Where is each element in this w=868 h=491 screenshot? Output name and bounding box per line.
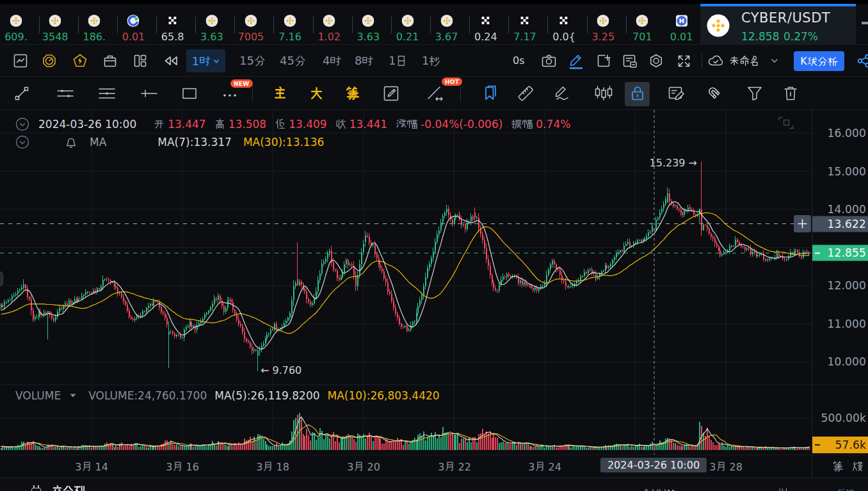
close-label [335,118,346,131]
interval-option[interactable]: 4 [323,45,341,76]
time-axis[interactable]: 3 143 163 183 203 223 243 28 2024-03-26 … [0,455,868,478]
ktype-chip-button[interactable] [346,86,360,101]
fullscreen-icon[interactable] [677,54,691,68]
collapse-circle-icon[interactable] [15,117,29,131]
bottom-feedback-link[interactable]: 反馈 [837,488,855,491]
bottom-tab-icon[interactable] [31,488,41,491]
bottom-right-icon[interactable] [780,488,787,491]
open-label [154,118,165,131]
chart-panel-icon[interactable] [13,54,28,68]
filter-funnel-icon[interactable] [746,85,763,102]
ktype-main-button[interactable] [273,86,287,101]
binance-coin-icon [245,15,257,27]
note-edit-icon[interactable] [668,85,686,102]
interval-1h[interactable]: 1 [186,49,225,72]
collapse-circle-icon2[interactable] [15,135,29,149]
interval-option[interactable]: 1 [389,45,407,76]
ticker-item[interactable]: 3548 [37,4,73,44]
ticker-item[interactable]: 7.17 [507,4,543,44]
trendline-tool-icon[interactable] [14,86,29,101]
volume-dropdown-icon[interactable] [69,393,77,398]
layout-name[interactable] [729,45,760,76]
volume-legend: VOLUME VOLUME:24,760.1700 MA(5):26,119.8… [15,389,440,402]
left-panel-handle[interactable] [0,271,3,286]
binance-coin-icon [636,15,648,27]
binance-coin-icon [88,15,100,27]
kline-replay-icon[interactable] [383,85,399,102]
trash-icon[interactable] [783,85,798,102]
pane-expand-icon[interactable] [779,118,793,129]
ticker-item[interactable]: 609. [0,4,34,44]
ticker-item[interactable]: 7.16 [272,4,308,44]
ticker-item[interactable]: 0.01 [664,4,700,44]
time-axis-label: 3 18 [256,460,289,472]
low-value: 13.409 [289,118,326,131]
interval-option[interactable]: 8 [355,45,373,76]
share-icon[interactable] [857,54,868,68]
interval-option[interactable]: 15 [239,45,266,76]
symbol-tab[interactable]: CYBER/USDT 12.858 0.27% [700,4,856,44]
replay-rewind-icon[interactable] [163,54,178,68]
add-indicator-icon[interactable] [597,54,611,68]
magnet-icon[interactable] [706,85,723,102]
ticker-value: 3548 [42,31,68,43]
bottom-right-info: 个()M [642,488,675,491]
bookmark-icon[interactable] [482,85,499,102]
ticker-item[interactable]: 0.24 [468,4,504,44]
freehand-draw-icon[interactable] [554,85,572,102]
camera-icon[interactable] [542,54,556,68]
more-tools-icon[interactable] [221,86,238,101]
volume-title[interactable]: VOLUME [15,389,61,402]
ticker-item[interactable]: 7005 [233,4,269,44]
lock-icon[interactable] [631,86,645,101]
ticker-item[interactable]: 65.8 [155,4,191,44]
gauge-icon[interactable] [42,54,56,68]
flash-icon[interactable] [73,54,87,68]
low-label [275,118,285,131]
indicator-template-icon[interactable] [622,54,638,68]
chevron-down-icon[interactable] [771,58,778,63]
ticker-item[interactable]: 0.0{ [546,4,582,44]
time-axis-label: 3 14 [75,460,108,472]
countdown-timer: 0s [513,45,525,76]
cloud-save-icon[interactable] [708,54,724,68]
ma-title: MA [90,136,106,149]
rectangle-tool-icon[interactable] [181,86,198,101]
bottom-tab-label[interactable] [52,485,84,491]
briefcase-icon[interactable] [103,54,117,68]
ticker-value: 0.24 [474,31,497,43]
kline-chart-svg [0,110,868,478]
chart-area[interactable] [0,110,868,478]
tab-active-indicator [700,4,856,6]
kline-analysis-button[interactable]: K [794,51,844,71]
ticker-item[interactable]: 1.02 [311,4,347,44]
ticker-item[interactable]: 3.63 [350,4,386,44]
settings-gear-icon[interactable] [649,54,663,68]
ticker-item[interactable]: 0.01 [115,4,151,44]
layout-icon[interactable] [133,54,147,68]
parallel-lines-tool-icon[interactable] [56,86,74,101]
ticker-item[interactable]: 3.67 [429,4,465,44]
ticker-item[interactable]: 3.63 [194,4,230,44]
ktype-big-button[interactable] [310,86,323,101]
ticker-item[interactable]: 701 [624,4,660,44]
hot-badge: HOT [442,77,462,86]
candle-pattern-icon[interactable] [594,85,613,102]
new-badge: NEW [230,79,253,88]
fib-tool-icon[interactable] [98,86,116,101]
time-axis-label: 3 16 [166,460,199,472]
ticker-item[interactable]: 186. [76,4,112,44]
edit-pencil-icon[interactable] [568,52,584,69]
ruler-icon[interactable] [517,85,534,102]
ticker-item[interactable]: 3.25 [585,4,621,44]
horizontal-line-tool-icon[interactable] [140,86,158,101]
interval-option[interactable]: 1 [422,45,440,76]
ticker-item[interactable]: 0.21 [390,4,426,44]
measure-tool-icon[interactable] [425,85,443,102]
chip-distribution-button[interactable] [833,460,844,473]
tab-change: 0.27% [784,30,818,43]
interval-option[interactable]: 45 [280,45,306,76]
alert-bell-icon[interactable] [64,136,79,149]
next-tab-partial-icon[interactable] [862,22,868,24]
liquidation-button[interactable] [852,460,863,473]
